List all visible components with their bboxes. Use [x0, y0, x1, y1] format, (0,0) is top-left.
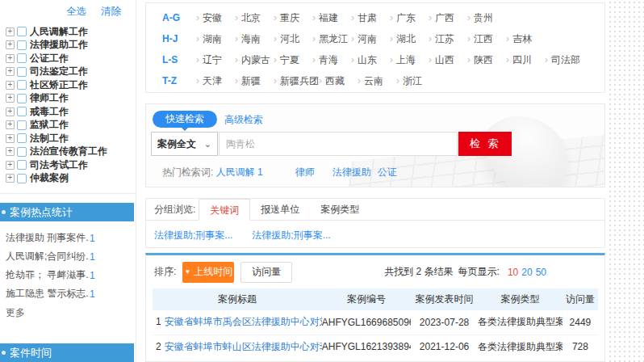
search-button[interactable]: 检 索: [458, 132, 512, 156]
province-name[interactable]: 青海: [319, 53, 338, 67]
province-link[interactable]: › 内蒙古: [235, 53, 274, 67]
tab-advanced-search[interactable]: 高级检索: [224, 113, 263, 127]
province-name[interactable]: 云南: [364, 74, 383, 88]
province-name[interactable]: 新疆: [241, 74, 261, 88]
tree-item[interactable]: + 公证工作: [6, 52, 107, 65]
region-group-link[interactable]: A-G: [162, 12, 196, 23]
expand-plus-icon[interactable]: +: [6, 67, 15, 76]
sort-button[interactable]: 访问量: [240, 262, 292, 283]
province-name[interactable]: 江苏: [435, 32, 454, 46]
province-name[interactable]: 贵州: [474, 11, 493, 25]
region-group-link[interactable]: T-Z: [162, 75, 196, 86]
tree-item-label[interactable]: 仲裁案例: [30, 171, 69, 185]
checkbox[interactable]: [17, 147, 27, 157]
province-link[interactable]: › 黑龙江: [312, 32, 351, 46]
province-link[interactable]: › 甘肃: [351, 11, 390, 25]
province-name[interactable]: 甘肃: [358, 11, 377, 25]
region-group-link[interactable]: H-J: [162, 33, 196, 44]
tree-item[interactable]: + 司法考试工作: [6, 158, 107, 172]
sort-button[interactable]: ▼上线时间: [182, 262, 234, 283]
province-link[interactable]: › 山西: [429, 53, 467, 67]
province-name[interactable]: 海南: [241, 32, 261, 46]
province-name[interactable]: 湖南: [203, 32, 222, 46]
region-group-link[interactable]: L-S: [162, 54, 196, 65]
province-name[interactable]: 宁夏: [280, 53, 299, 67]
stat-item[interactable]: 法律援助 刑事案件... 1: [6, 229, 131, 247]
filter-tab[interactable]: 案例类型: [310, 199, 370, 220]
tree-item-label[interactable]: 法律援助工作: [30, 38, 88, 52]
tree-item-label[interactable]: 法制工作: [30, 132, 69, 145]
province-name[interactable]: 山东: [358, 53, 377, 67]
province-name[interactable]: 安徽: [203, 11, 222, 25]
checkbox[interactable]: [17, 67, 27, 77]
province-name[interactable]: 内蒙古: [241, 53, 270, 67]
clear-link[interactable]: 清除: [101, 5, 121, 19]
province-link[interactable]: › 贵州: [467, 11, 506, 25]
province-name[interactable]: 福建: [319, 11, 338, 25]
expand-plus-icon[interactable]: +: [6, 134, 15, 143]
stat-item-label[interactable]: 人民调解;合同纠纷...: [6, 250, 90, 263]
checkbox[interactable]: [17, 107, 27, 116]
stat-item-label[interactable]: 抢劫罪； 寻衅滋事...: [6, 268, 90, 282]
expand-plus-icon[interactable]: +: [6, 94, 15, 103]
filter-tab[interactable]: 报送单位: [250, 199, 310, 220]
tree-item[interactable]: + 司法鉴定工作: [6, 65, 107, 79]
case-title-link[interactable]: 安徽省蚌埠市禹会区法律援助中心对刘某涉...: [165, 316, 322, 327]
province-link[interactable]: › 广东: [390, 11, 429, 25]
tree-item-label[interactable]: 戒毒工作: [30, 105, 69, 119]
province-link[interactable]: › 新疆: [235, 74, 274, 88]
province-link[interactable]: › 北京: [235, 11, 274, 25]
expand-plus-icon[interactable]: +: [6, 54, 15, 63]
province-link[interactable]: › 湖北: [390, 32, 429, 46]
page-size-option[interactable]: 10: [508, 267, 518, 278]
province-link[interactable]: › 江苏: [429, 32, 467, 46]
tree-item-label[interactable]: 律师工作: [30, 91, 69, 105]
checkbox[interactable]: [17, 133, 27, 143]
expand-plus-icon[interactable]: +: [6, 120, 15, 129]
province-name[interactable]: 湖北: [396, 32, 416, 46]
tree-item[interactable]: + 法治宣传教育工作: [6, 145, 107, 159]
expand-plus-icon[interactable]: +: [6, 40, 15, 49]
province-link[interactable]: › 宁夏: [274, 53, 312, 67]
checkbox[interactable]: [17, 53, 27, 63]
province-link[interactable]: › 四川: [506, 53, 545, 67]
province-name[interactable]: 重庆: [280, 11, 299, 25]
province-name[interactable]: 广东: [396, 11, 416, 25]
province-link[interactable]: › 河北: [274, 32, 312, 46]
tree-item-label[interactable]: 社区矫正工作: [30, 78, 88, 92]
province-link[interactable]: › 山东: [351, 53, 390, 67]
stat-item-label[interactable]: 施工隐患 警示标志...: [6, 287, 90, 301]
checkbox[interactable]: [17, 174, 27, 183]
search-scope-select[interactable]: 案例全文 ⌄: [151, 132, 218, 156]
province-link[interactable]: › 陕西: [467, 53, 506, 67]
province-name[interactable]: 吉林: [512, 32, 532, 46]
hot-word-link[interactable]: 人民调解 1: [216, 166, 263, 178]
tree-item[interactable]: + 人民调解工作: [6, 25, 107, 39]
province-name[interactable]: 上海: [396, 53, 416, 67]
stat-item[interactable]: 人民调解;合同纠纷... 1: [6, 247, 131, 266]
checkbox[interactable]: [17, 94, 27, 103]
checkbox[interactable]: [17, 40, 27, 50]
province-name[interactable]: 山西: [435, 53, 454, 67]
keyword-link[interactable]: 法律援助;刑事案...: [154, 229, 232, 241]
hot-word-link[interactable]: 律师: [295, 166, 315, 178]
province-name[interactable]: 江西: [474, 32, 493, 46]
expand-plus-icon[interactable]: +: [6, 27, 15, 36]
tab-quick-search[interactable]: 快速检索: [153, 111, 217, 128]
province-name[interactable]: 广西: [435, 11, 454, 25]
tree-item-label[interactable]: 公证工作: [30, 52, 69, 65]
checkbox[interactable]: [17, 160, 27, 170]
province-name[interactable]: 天津: [203, 74, 222, 88]
filter-tab[interactable]: 关键词: [199, 199, 250, 221]
select-all-link[interactable]: 全选: [66, 5, 86, 19]
hot-word-link[interactable]: 公证: [378, 166, 397, 178]
province-name[interactable]: 河北: [280, 32, 299, 46]
province-name[interactable]: 黑龙江: [319, 32, 348, 46]
province-link[interactable]: › 江西: [467, 32, 506, 46]
province-link[interactable]: › 司法部: [545, 53, 583, 67]
province-name[interactable]: 新疆兵团: [280, 74, 319, 88]
province-link[interactable]: › 辽宁: [196, 53, 235, 67]
province-name[interactable]: 西藏: [325, 74, 345, 88]
province-name[interactable]: 河南: [358, 32, 377, 46]
checkbox[interactable]: [17, 27, 27, 36]
